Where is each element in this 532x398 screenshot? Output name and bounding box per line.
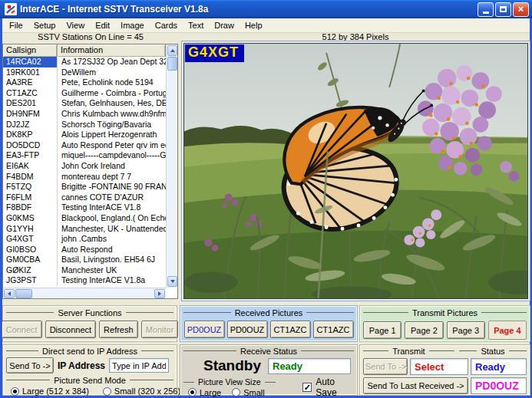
transmit-pictures-group: Transmit Pictures Page 1Page 2Page 3Page…: [359, 305, 530, 342]
view-size-small-radio[interactable]: Small: [232, 388, 265, 397]
table-row[interactable]: F6FLMcannes COTE D'AZUR: [3, 192, 166, 203]
vertical-scrollbar[interactable]: [166, 44, 177, 288]
page-1-button[interactable]: Page 1: [363, 321, 401, 339]
table-row[interactable]: F5TZQBrigitte -FONTAINE 90 FRANCE Fra: [3, 182, 166, 192]
horizontal-scroll-thumb[interactable]: [15, 289, 32, 298]
table-row[interactable]: GI0BSOAuto Respond: [3, 245, 166, 255]
auto-save-checkbox[interactable]: ✓Auto Save: [302, 377, 354, 398]
table-row[interactable]: DH9NFMChris Kulmbach www.dh9nfm.de: [3, 109, 166, 120]
received-picture-image: G4XGT: [183, 43, 528, 299]
received-picture-button[interactable]: CT1AZC: [270, 321, 311, 338]
information-cell: Basil, Livingston. EH54 6J: [58, 255, 166, 265]
menu-image[interactable]: Image: [115, 19, 150, 31]
receive-status-group: Receive Status Standby Ready Picture Vie…: [180, 344, 358, 396]
menu-help[interactable]: Help: [240, 19, 268, 31]
table-row[interactable]: GM0CBABasil, Livingston. EH54 6J: [3, 255, 166, 265]
close-button[interactable]: ×: [513, 2, 529, 17]
table-row[interactable]: AA3REPete, Echolink node 5194: [3, 77, 166, 88]
callsign-cell: 14RCA02: [3, 57, 58, 67]
receive-ready-value: Ready: [268, 358, 351, 374]
refresh-button[interactable]: Refresh: [99, 321, 138, 338]
menu-cards[interactable]: Cards: [150, 19, 183, 31]
picture-frame: G4XGT: [181, 41, 530, 301]
received-pictures-title: Received Pictures: [235, 308, 303, 317]
information-cell: Alois Lippert Herzogenrath: [58, 130, 166, 140]
table-row[interactable]: 14RCA02As 172SJ32 Op Jean Dept 32: [3, 57, 166, 67]
callsign-cell: DES201: [3, 98, 58, 109]
page-4-button[interactable]: Page 4: [488, 321, 527, 340]
table-row[interactable]: JG3PSTTesting InterACE V1.8a: [3, 275, 166, 286]
vertical-scroll-thumb[interactable]: [167, 57, 177, 71]
callsign-column-header[interactable]: Callsign: [3, 44, 58, 57]
callsign-cell: DO5DCD: [3, 140, 58, 151]
information-column-header[interactable]: Information: [58, 44, 166, 57]
information-cell: Schorsch Töging/Bavaria: [58, 120, 166, 130]
client-area: FileSetupViewEditImageCardsTextDrawHelp …: [2, 18, 530, 396]
table-row[interactable]: 19RK001DeWillem: [3, 67, 166, 78]
app-icon: [5, 3, 17, 15]
direct-send-group: Direct send to IP Address Send To -> IP …: [2, 344, 177, 396]
menu-edit[interactable]: Edit: [90, 19, 115, 31]
table-row[interactable]: DK8KPAlois Lippert Herzogenrath: [3, 130, 166, 140]
callsign-cell: F4BDM: [3, 172, 58, 183]
minimize-button[interactable]: [477, 2, 494, 17]
menu-view[interactable]: View: [61, 19, 90, 31]
scroll-right-button[interactable]: [154, 289, 165, 298]
picture-callsign-overlay: G4XGT: [185, 44, 244, 62]
table-row[interactable]: DO5DCDAuto Respond Peter qrv im echolink: [3, 140, 166, 151]
received-picture-button[interactable]: PD0OUZ: [184, 321, 225, 338]
transmit-status-title: Status: [481, 347, 504, 356]
scroll-up-button[interactable]: [167, 45, 177, 56]
table-row[interactable]: G4XGTjohn .Cambs: [3, 234, 166, 245]
picture-send-mode-title: Picture Send Mode: [54, 376, 126, 385]
scroll-down-button[interactable]: [167, 276, 177, 287]
information-cell: Pete, Echolink node 5194: [58, 77, 166, 88]
callsign-cell: GI0BSO: [3, 245, 58, 255]
maximize-button[interactable]: [495, 2, 511, 17]
table-row[interactable]: EA3-FTPmiquel-----campdevanol-----Girona: [3, 150, 166, 161]
view-size-large-radio[interactable]: Large: [188, 388, 221, 397]
callsign-cell: EA3-FTP: [3, 150, 58, 161]
scroll-left-button[interactable]: [4, 289, 15, 298]
table-row[interactable]: EI6AKJohn Cork Ireland: [3, 161, 166, 172]
information-cell: Testing InterACE V1.8: [58, 202, 166, 213]
table-row[interactable]: F8BDFTesting InterACE V1.8: [3, 202, 166, 213]
table-row[interactable]: G1YYHManchester, UK - Unattended outst: [3, 224, 166, 235]
page-2-button[interactable]: Page 2: [405, 321, 443, 339]
menu-draw[interactable]: Draw: [209, 19, 240, 31]
transmit-title: Transmit: [392, 347, 425, 356]
window-title: InterACE - Internet SSTV Transceiver V1.…: [20, 4, 477, 15]
disconnect-button[interactable]: Disconnect: [45, 321, 96, 338]
information-cell: Stefan, Gelnhausen, Hes, DEU, JO: [58, 98, 166, 109]
menu-setup[interactable]: Setup: [28, 19, 61, 31]
send-to-last-received-button[interactable]: Send To Last Received ->: [363, 377, 468, 394]
table-row[interactable]: DJ2JZSchorsch Töging/Bavaria: [3, 120, 166, 130]
received-picture-button[interactable]: PD0OUZ: [227, 321, 268, 338]
callsign-cell: AA3RE: [3, 77, 58, 88]
transmit-pictures-title: Transmit Pictures: [412, 308, 477, 317]
send-mode-small-radio[interactable]: Small (320 x 256): [103, 386, 180, 396]
callsign-cell: G0KMS: [3, 213, 58, 224]
callsign-cell: G1YYH: [3, 224, 58, 235]
menu-file[interactable]: File: [4, 19, 28, 31]
table-row[interactable]: G0KMSBlackpool, England.( On Echolink ): [3, 213, 166, 224]
table-row[interactable]: DES201Stefan, Gelnhausen, Hes, DEU, JO: [3, 98, 166, 109]
transmit-group: Transmit Status Send To -> Select Ready …: [359, 344, 530, 396]
table-row[interactable]: F4BDMmontereau dept 7 7: [3, 172, 166, 183]
ip-address-input[interactable]: [109, 358, 169, 373]
connect-button[interactable]: Connect: [2, 321, 42, 338]
table-row[interactable]: CT1AZCGuilherme - Coimbra - Portugal: [3, 88, 166, 99]
callsign-cell: G4XGT: [3, 234, 58, 245]
callsign-cell: CT1AZC: [3, 88, 58, 99]
send-mode-large-radio[interactable]: Large (512 x 384): [11, 386, 89, 396]
page-3-button[interactable]: Page 3: [447, 321, 485, 339]
monitor-button[interactable]: Monitor: [141, 321, 179, 338]
table-row[interactable]: GØKIZManchester UK: [3, 265, 166, 276]
horizontal-scrollbar[interactable]: [3, 288, 166, 298]
stations-online-label: SSTV Stations On Line = 45: [2, 32, 179, 41]
table-header: Callsign Information: [3, 44, 166, 57]
direct-send-to-button[interactable]: Send To ->: [6, 357, 54, 373]
transmit-send-to-button[interactable]: Send To ->: [363, 358, 408, 375]
menu-text[interactable]: Text: [183, 19, 209, 31]
received-picture-button[interactable]: CT1AZC: [313, 321, 354, 338]
